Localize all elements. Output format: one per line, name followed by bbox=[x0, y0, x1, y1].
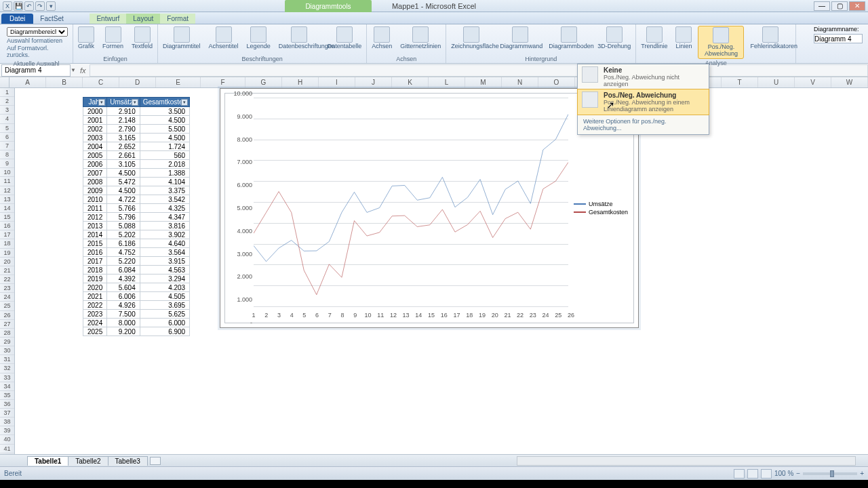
table-row[interactable]: 20074.5001.388 bbox=[83, 169, 190, 178]
tab-file[interactable]: Datei bbox=[1, 14, 33, 24]
ribbon-legende[interactable]: Legende bbox=[245, 26, 273, 51]
table-header[interactable]: Gesamtkosten▾ bbox=[140, 98, 189, 107]
col-header[interactable]: H bbox=[282, 77, 319, 87]
row-header[interactable]: 40 bbox=[0, 435, 14, 444]
embedded-chart[interactable]: Umsätze Gesamtkosten 1234567891011121314… bbox=[220, 88, 639, 328]
page-layout-view-button[interactable] bbox=[747, 469, 758, 479]
save-icon[interactable]: 💾 bbox=[14, 1, 23, 11]
format-selection-link[interactable]: Auswahl formatieren bbox=[7, 37, 66, 44]
col-header[interactable]: A bbox=[9, 77, 46, 87]
new-sheet-icon[interactable] bbox=[150, 457, 161, 465]
row-header[interactable]: 25 bbox=[0, 302, 14, 310]
row-header[interactable]: 34 bbox=[0, 382, 14, 391]
table-row[interactable]: 20042.6521.724 bbox=[83, 142, 190, 151]
col-header[interactable]: M bbox=[465, 77, 502, 87]
row-header[interactable]: 10 bbox=[0, 168, 14, 177]
row-header[interactable]: 18 bbox=[0, 239, 14, 248]
row-header[interactable]: 17 bbox=[0, 230, 14, 239]
tab-ctx-entwurf[interactable]: Entwurf bbox=[90, 14, 126, 24]
qat-expand-icon[interactable]: ▾ bbox=[46, 1, 56, 11]
row-header[interactable]: 5 bbox=[0, 124, 14, 133]
row-header[interactable]: 16 bbox=[0, 222, 14, 230]
table-row[interactable]: 20085.4724.104 bbox=[83, 178, 190, 186]
cells-grid[interactable]: Jahr▾Umsätze▾Gesamtkosten▾20002.9103.500… bbox=[15, 88, 868, 454]
col-header[interactable]: I bbox=[319, 77, 355, 87]
table-row[interactable]: 20012.1484.500 bbox=[83, 116, 190, 125]
undo-icon[interactable]: ↶ bbox=[24, 1, 34, 11]
ribbon-gitternetzlinien[interactable]: Gitternetzlinien bbox=[398, 26, 443, 51]
col-header[interactable]: F bbox=[201, 77, 245, 87]
ribbon-grafik[interactable]: Grafik bbox=[76, 26, 96, 51]
table-header[interactable]: Umsätze▾ bbox=[107, 98, 140, 107]
row-header[interactable]: 15 bbox=[0, 213, 14, 222]
table-row[interactable]: 20145.2023.902 bbox=[83, 230, 190, 239]
row-header[interactable]: 35 bbox=[0, 391, 14, 400]
row-header[interactable]: 37 bbox=[0, 409, 14, 418]
chartname-input[interactable] bbox=[814, 34, 863, 43]
row-header[interactable]: 21 bbox=[0, 266, 14, 275]
row-header[interactable]: 8 bbox=[0, 150, 14, 159]
ribbon-achsentitel[interactable]: Achsentitel bbox=[207, 26, 241, 51]
ribbon-textfeld[interactable]: Textfeld bbox=[130, 26, 155, 51]
row-header[interactable]: 23 bbox=[0, 284, 14, 293]
table-row[interactable]: 20022.7905.500 bbox=[83, 125, 190, 134]
table-row[interactable]: 20125.7964.347 bbox=[83, 213, 190, 222]
col-header[interactable]: B bbox=[46, 77, 83, 87]
table-row[interactable]: 20063.1052.018 bbox=[83, 160, 190, 169]
table-row[interactable]: 20156.1864.640 bbox=[83, 239, 190, 248]
filter-dropdown-icon[interactable]: ▾ bbox=[98, 99, 105, 106]
zoom-slider[interactable] bbox=[803, 472, 857, 475]
col-header[interactable]: E bbox=[156, 77, 201, 87]
table-row[interactable]: 20002.9103.500 bbox=[83, 107, 190, 116]
table-row[interactable]: 20175.2203.915 bbox=[83, 257, 190, 266]
row-header[interactable]: 4 bbox=[0, 115, 14, 123]
row-header[interactable]: 30 bbox=[0, 346, 14, 355]
table-row[interactable]: 20259.2006.900 bbox=[83, 327, 190, 336]
ribbon-diagrammwand[interactable]: Diagrammwand bbox=[498, 26, 542, 51]
row-header[interactable]: 22 bbox=[0, 275, 14, 284]
row-header[interactable]: 36 bbox=[0, 400, 14, 409]
tab-ctx-format[interactable]: Format bbox=[160, 14, 195, 24]
table-row[interactable]: 20094.5003.375 bbox=[83, 186, 190, 195]
col-header[interactable]: V bbox=[795, 77, 831, 87]
horizontal-scrollbar[interactable] bbox=[517, 456, 856, 466]
col-header[interactable]: C bbox=[83, 77, 119, 87]
row-header[interactable]: 3 bbox=[0, 106, 14, 115]
filter-dropdown-icon[interactable]: ▾ bbox=[132, 99, 138, 106]
ribbon-fehlerindikatoren[interactable]: Fehlerindikatoren bbox=[748, 26, 793, 51]
col-header[interactable]: N bbox=[502, 77, 538, 87]
row-header[interactable]: 12 bbox=[0, 186, 14, 195]
data-table[interactable]: Jahr▾Umsätze▾Gesamtkosten▾20002.9103.500… bbox=[83, 97, 190, 336]
namebox-dropdown-icon[interactable]: ▼ bbox=[71, 67, 76, 73]
minimize-button[interactable]: — bbox=[814, 1, 830, 11]
reset-format-link[interactable]: Auf Formatvorl. zurücks. bbox=[7, 45, 66, 58]
sheet-tab[interactable]: Tabelle3 bbox=[108, 456, 148, 466]
row-header[interactable]: 29 bbox=[0, 338, 14, 346]
zoom-out-button[interactable]: − bbox=[796, 470, 800, 477]
dropdown-more-options[interactable]: Weitere Optionen für pos./neg. Abweichun… bbox=[578, 115, 709, 134]
row-header[interactable]: 24 bbox=[0, 293, 14, 302]
excel-icon[interactable]: X bbox=[3, 1, 12, 11]
row-header[interactable]: 9 bbox=[0, 159, 14, 168]
col-header[interactable]: G bbox=[245, 77, 282, 87]
row-header[interactable]: 20 bbox=[0, 258, 14, 266]
row-header[interactable]: 19 bbox=[0, 249, 14, 258]
page-break-view-button[interactable] bbox=[761, 469, 772, 479]
col-header[interactable]: K bbox=[392, 77, 429, 87]
row-header[interactable]: 27 bbox=[0, 320, 14, 329]
maximize-button[interactable]: ▢ bbox=[831, 1, 848, 11]
row-header[interactable]: 7 bbox=[0, 142, 14, 150]
ribbon-trendlinie[interactable]: Trendlinie bbox=[639, 26, 669, 51]
table-row[interactable]: 20115.7664.325 bbox=[83, 204, 190, 213]
row-header[interactable]: 13 bbox=[0, 195, 14, 204]
sheet-tab[interactable]: Tabelle1 bbox=[27, 456, 68, 466]
select-all-button[interactable] bbox=[0, 77, 9, 87]
row-header[interactable]: 39 bbox=[0, 426, 14, 435]
row-header[interactable]: 26 bbox=[0, 311, 14, 320]
zoom-level[interactable]: 100 % bbox=[774, 470, 793, 477]
row-header[interactable]: 33 bbox=[0, 373, 14, 382]
normal-view-button[interactable] bbox=[734, 469, 745, 479]
row-header[interactable]: 11 bbox=[0, 177, 14, 186]
row-header[interactable]: 2 bbox=[0, 97, 14, 106]
table-row[interactable]: 20033.1654.500 bbox=[83, 134, 190, 142]
